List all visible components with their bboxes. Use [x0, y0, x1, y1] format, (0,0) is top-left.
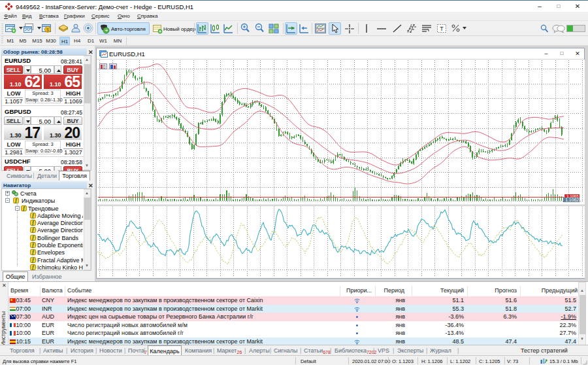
svg-text:$: $: [46, 27, 49, 32]
svg-text:1.1062: 1.1062: [565, 198, 579, 202]
svg-text:T: T: [440, 26, 444, 32]
